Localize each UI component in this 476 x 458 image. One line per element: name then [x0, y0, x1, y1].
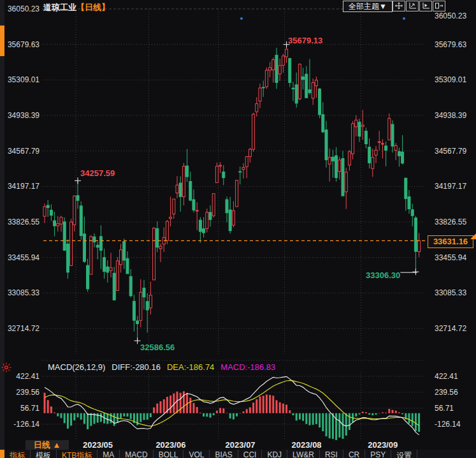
price-axis-label: 35679.63	[435, 40, 466, 49]
tab-模板[interactable]: 模板	[31, 450, 57, 458]
symbol-name: 道琼工业	[43, 3, 76, 12]
annotation-may-high: 34257.59	[80, 168, 115, 178]
price-axis-label: 33826.55	[435, 218, 466, 226]
tab-KTB指标[interactable]: KTB指标	[57, 450, 97, 458]
period-selector[interactable]: 日线 ▲	[25, 440, 69, 450]
annotation-may-low: 32586.56	[140, 343, 175, 352]
price-axis-label: 32714.72	[435, 324, 466, 333]
price-axis-label: 34197.17	[1, 182, 40, 191]
export-icon[interactable]	[433, 1, 445, 11]
indicator-header: MACD(26,12,9)DIFF:-280.16DEA:-186.74MACD…	[48, 362, 282, 372]
stock-chart-window: 道琼工业【日线】 全部主题▼ 36050.2335679.6335309.013…	[0, 0, 476, 458]
macd-axis-label: 239.56	[435, 388, 458, 397]
price-axis-label: 34567.79	[1, 147, 40, 156]
price-axis-label: 33455.94	[1, 253, 40, 262]
macd-axis-label: 239.56	[1, 388, 40, 397]
price-axis-label: 36050.23	[435, 11, 466, 20]
tab-VOL[interactable]: VOL	[184, 450, 210, 458]
macd-title: MACD(26,12,9)	[48, 362, 105, 372]
time-axis-label: 2023/07	[226, 440, 256, 450]
price-axis-label: 34567.79	[435, 147, 466, 156]
macd-axis-label: -126.14	[435, 420, 461, 429]
period-label: 日线	[34, 440, 50, 450]
theme-dropdown-button[interactable]: 全部主题▼	[343, 1, 393, 12]
price-axis-label: 33085.33	[435, 288, 466, 297]
price-axis-label: 33826.55	[1, 218, 40, 226]
time-axis-label: 2023/09	[368, 440, 398, 450]
time-axis-label: 2023/05	[83, 440, 113, 450]
tab-CR[interactable]: CR	[343, 450, 365, 458]
indicator-tabbar: 指标模板KTB指标MAMACDBOLLVOLBIASCCIKDJLW&RRSIC…	[4, 450, 476, 458]
hot-indicator-icon[interactable]	[1, 362, 11, 373]
price-axis-label: 36050.23	[1, 4, 40, 13]
time-axis-label: 2023/06	[155, 440, 185, 450]
period-arrow-icon: ▲	[52, 440, 61, 450]
macd-dea-value: DEA:-186.74	[167, 362, 214, 372]
macd-axis-label: 422.41	[435, 372, 458, 381]
tab-PSY[interactable]: PSY	[365, 450, 391, 458]
annotation-aug-high: 35679.13	[288, 36, 322, 45]
time-axis-label: 2023/08	[292, 440, 322, 450]
price-axis-label: 33085.33	[1, 288, 40, 297]
price-axis-label: 33455.94	[435, 253, 466, 262]
annotation-sep-low: 33306.30	[366, 270, 400, 280]
axis-zoom-icon[interactable]	[406, 1, 419, 11]
macd-diff-value: DIFF:-280.16	[112, 362, 161, 372]
tab-BIAS[interactable]: BIAS	[210, 450, 238, 458]
period-tag: 【日线】	[76, 3, 110, 12]
price-axis-label: 34197.17	[435, 182, 466, 191]
tab-RSI[interactable]: RSI	[320, 450, 343, 458]
tab-LW&R[interactable]: LW&R	[287, 450, 320, 458]
left-strip-accent	[0, 450, 4, 458]
event-marker-dot	[403, 17, 405, 20]
price-axis-label: 35309.01	[435, 75, 466, 84]
tab-BOLL[interactable]: BOLL	[154, 450, 184, 458]
tab-MACD[interactable]: MACD	[120, 450, 153, 458]
macd-axis-label: 56.71	[1, 404, 40, 413]
macd-axis-label: 422.41	[1, 372, 40, 381]
chart-canvas[interactable]	[0, 0, 476, 458]
price-axis-label: 35309.01	[1, 75, 40, 84]
price-axis-label: 32714.72	[1, 324, 40, 333]
macd-value: MACD:-186.83	[220, 362, 275, 372]
axis-play-icon[interactable]	[419, 1, 432, 11]
tab-设置[interactable]: 设置	[391, 450, 417, 458]
macd-axis-label: -126.14	[1, 420, 40, 429]
tab-指标[interactable]: 指标	[4, 450, 31, 458]
event-marker-dot	[240, 17, 243, 20]
price-axis-label: 34938.39	[435, 111, 466, 120]
tab-MA[interactable]: MA	[97, 450, 120, 458]
pan-icon[interactable]	[393, 1, 405, 11]
tab-CCI[interactable]: CCI	[238, 450, 263, 458]
price-axis-label: 35679.63	[1, 40, 40, 49]
price-arrow-icon	[470, 233, 476, 239]
price-axis-label: 34938.39	[1, 111, 40, 120]
tab-KDJ[interactable]: KDJ	[262, 450, 287, 458]
last-price-tag: 33631.16	[428, 235, 473, 248]
chart-title: 道琼工业【日线】	[43, 2, 110, 13]
macd-axis-label: 56.71	[435, 404, 454, 413]
